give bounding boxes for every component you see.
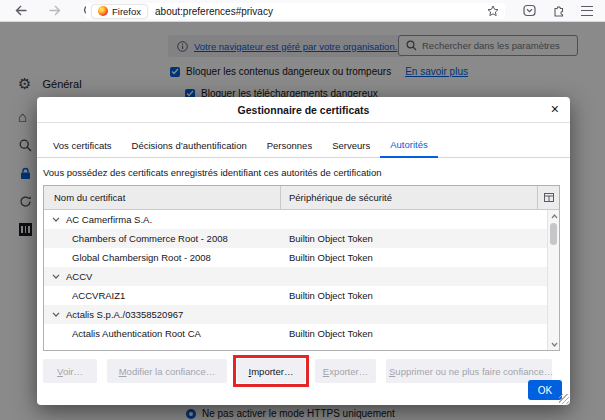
resize-grip-icon[interactable] xyxy=(559,394,569,404)
url-bar[interactable]: Firefox about:preferences#privacy xyxy=(86,3,505,19)
scrollbar-thumb[interactable] xyxy=(550,223,557,245)
export-button[interactable]: Exporter… xyxy=(315,359,376,383)
dialog-buttons: Voir… Modifier la confiance… Importer… E… xyxy=(43,359,552,383)
table-header: Nom du certificat Périphérique de sécuri… xyxy=(44,186,559,210)
browser-toolbar: Firefox about:preferences#privacy xyxy=(0,0,605,22)
extensions-puzzle-icon[interactable] xyxy=(552,4,565,17)
tab-personnes[interactable]: Personnes xyxy=(257,135,322,157)
dialog-title: Gestionnaire de certificats xyxy=(37,97,570,123)
close-icon[interactable]: × xyxy=(551,97,559,122)
delete-distrust-button[interactable]: Supprimer ou ne plus faire confiance… xyxy=(386,359,552,383)
url-text: about:preferences#privacy xyxy=(155,6,273,17)
table-scrollbar[interactable] xyxy=(547,210,559,350)
dialog-tabs: Vos certificats Décisions d’authentifica… xyxy=(37,123,570,158)
column-header-device[interactable]: Périphérique de sécurité xyxy=(281,186,538,209)
chevron-down-icon xyxy=(52,274,60,279)
bookmark-star-icon[interactable] xyxy=(487,5,499,17)
certificates-table: Nom du certificat Périphérique de sécuri… xyxy=(43,185,560,351)
certificate-manager-dialog: Gestionnaire de certificats × Vos certif… xyxy=(37,97,570,405)
import-button[interactable]: Importer… xyxy=(237,359,305,383)
scroll-up-icon[interactable] xyxy=(550,213,558,219)
ok-button[interactable]: OK xyxy=(528,380,562,400)
table-row[interactable]: Actalis Authentication Root CABuiltin Ob… xyxy=(44,324,559,343)
tab-vos-certificats[interactable]: Vos certificats xyxy=(43,135,122,157)
view-button[interactable]: Voir… xyxy=(43,359,97,383)
tab-autorites[interactable]: Autorités xyxy=(380,134,438,158)
tab-serveurs[interactable]: Serveurs xyxy=(322,135,380,157)
scroll-down-icon[interactable] xyxy=(550,341,558,347)
table-body: AC Camerfirma S.A.Chambers of Commerce R… xyxy=(44,210,559,350)
column-header-name[interactable]: Nom du certificat xyxy=(44,186,281,209)
firefox-logo-icon xyxy=(98,6,108,16)
site-identity-label: Firefox xyxy=(112,6,141,17)
table-row[interactable]: Global Chambersign Root - 2008Builtin Ob… xyxy=(44,248,559,267)
table-row[interactable]: Chambers of Commerce Root - 2008Builtin … xyxy=(44,229,559,248)
table-row[interactable]: AC Camerfirma S.A. xyxy=(44,210,559,229)
edit-trust-button[interactable]: Modifier la confiance… xyxy=(107,359,227,383)
pocket-icon[interactable] xyxy=(523,4,536,17)
back-icon[interactable] xyxy=(15,5,27,16)
forward-icon[interactable] xyxy=(49,5,61,16)
chevron-down-icon xyxy=(52,312,60,317)
column-picker-icon[interactable] xyxy=(538,186,559,209)
table-row[interactable]: ACCV xyxy=(44,267,559,286)
table-row[interactable]: ACCVRAIZ1Builtin Object Token xyxy=(44,286,559,305)
site-identity-chip[interactable]: Firefox xyxy=(92,5,147,18)
tab-decisions-authentification[interactable]: Décisions d’authentification xyxy=(122,135,257,157)
chevron-down-icon xyxy=(52,217,60,222)
table-row[interactable]: Actalis S.p.A./03358520967 xyxy=(44,305,559,324)
dialog-description: Vous possédez des certificats enregistré… xyxy=(43,167,570,178)
menu-hamburger-icon[interactable] xyxy=(581,6,593,16)
